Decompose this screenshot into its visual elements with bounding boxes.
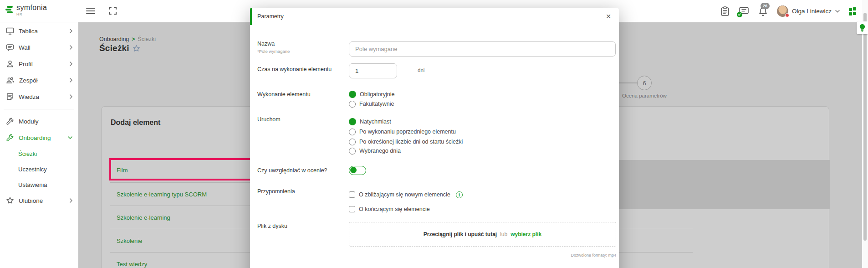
avatar <box>777 5 788 17</box>
parameters-modal: Parametry ✕ Nazwa *Pole wymagane Czas na… <box>250 8 619 268</box>
lightbulb-icon <box>859 24 865 32</box>
sidebar-item-wall[interactable]: Wall <box>0 39 78 56</box>
file-dropzone[interactable]: Przeciągnij plik i upuść tutaj lub wybie… <box>349 222 616 247</box>
sidebar-item-wiedza[interactable]: Wiedza <box>0 88 78 105</box>
team-icon <box>6 76 15 84</box>
radio-natychmiast[interactable]: Natychmiast <box>349 118 391 125</box>
feedback-tab[interactable] <box>857 21 868 34</box>
radio-unchecked-icon <box>349 129 356 135</box>
page-scrollbar[interactable] <box>862 0 868 268</box>
rating-label: Czy uwzględniać w ocenie? <box>257 167 327 174</box>
radio-wybranego-dnia[interactable]: Wybranego dnia <box>349 147 401 155</box>
execution-label: Wykonanie elementu <box>257 91 311 98</box>
check-icon <box>738 13 741 16</box>
checkbox-konczacy-element[interactable]: O kończącym się elemencie <box>349 206 430 213</box>
sidebar-item-onboarding[interactable]: Onboarding <box>0 129 78 146</box>
sidebar-item-moduly[interactable]: Moduły <box>0 113 78 129</box>
symfonia-logo-icon <box>5 6 14 14</box>
radio-po-wykonaniu[interactable]: Po wykonaniu poprzedniego elementu <box>349 128 456 135</box>
fullscreen-icon <box>109 7 117 15</box>
sidebar-item-tablica[interactable]: Tablica <box>0 23 78 39</box>
checkbox-unchecked-icon <box>349 191 355 198</box>
app-screen: symfonia HR <box>0 0 868 268</box>
wrench-icon <box>6 134 14 142</box>
chevron-right-icon <box>70 78 72 82</box>
fullscreen-button[interactable] <box>108 6 117 15</box>
sidebar-item-profil[interactable]: Profil <box>0 56 78 72</box>
radio-fakultatywnie[interactable]: Fakultatywnie <box>349 100 394 108</box>
wrench-icon <box>6 117 14 125</box>
info-icon[interactable]: i <box>456 191 463 198</box>
dashboard-icon <box>6 27 14 35</box>
messages-button[interactable] <box>739 6 749 16</box>
sidebar-item-ulubione[interactable]: Ulubione <box>0 192 78 209</box>
sidebar-divider <box>4 109 74 109</box>
brand-sub: HR <box>16 12 47 16</box>
sidebar: Tablica Wall Profil Zespół <box>0 22 78 268</box>
radio-checked-icon <box>349 91 356 98</box>
wall-chat-icon <box>6 43 14 52</box>
checkbox-nowy-element[interactable]: O zbliżającym się nowym elemencie i <box>349 191 463 198</box>
sidebar-item-sciezki[interactable]: Ścieżki <box>0 146 78 161</box>
name-required-note: *Pole wymagane <box>257 49 290 54</box>
file-label: Plik z dysku <box>257 223 287 229</box>
modal-title: Parametry <box>257 8 284 25</box>
checkbox-unchecked-icon <box>349 206 355 212</box>
sidebar-item-zespol[interactable]: Zespół <box>0 72 78 88</box>
menu-toggle-button[interactable] <box>86 6 96 15</box>
allowed-formats-note: Dozwolone formaty: mp4 <box>349 253 616 258</box>
scrollbar-thumb[interactable] <box>863 13 867 241</box>
chevron-right-icon <box>70 62 72 66</box>
brand-logo[interactable]: symfonia HR <box>5 4 47 16</box>
reminders-label: Przypomnienia <box>257 188 295 195</box>
chevron-right-icon <box>70 29 72 33</box>
toggle-knob <box>350 167 357 173</box>
start-label: Uruchom <box>257 116 281 123</box>
name-label: Nazwa <box>257 41 275 47</box>
tasks-button[interactable] <box>720 6 730 16</box>
topbar-actions: 26 Olga Liniewicz <box>720 0 856 22</box>
knowledge-note-icon <box>6 93 14 101</box>
choose-file-link[interactable]: wybierz plik <box>511 231 541 237</box>
hamburger-icon <box>86 7 95 15</box>
sidebar-item-ustawienia[interactable]: Ustawienia <box>0 177 78 192</box>
radio-unchecked-icon <box>349 139 356 145</box>
chevron-down-icon <box>835 10 840 13</box>
chevron-down-icon <box>68 136 72 139</box>
time-label: Czas na wykonanie elementu <box>257 66 332 72</box>
radio-unchecked-icon <box>349 101 356 108</box>
radio-obligatoryjnie[interactable]: Obligatoryjnie <box>349 91 394 98</box>
status-dot <box>785 13 789 17</box>
user-icon <box>6 60 14 68</box>
chevron-right-icon <box>70 45 72 50</box>
radio-checked-icon <box>349 118 356 125</box>
user-menu[interactable]: Olga Liniewicz <box>777 5 840 17</box>
modal-accent-bar <box>250 8 252 25</box>
radio-unchecked-icon <box>349 148 356 155</box>
time-unit: dni <box>418 67 424 73</box>
notifications-button[interactable]: 26 <box>758 6 768 16</box>
brand-name: symfonia <box>16 4 47 12</box>
clipboard-icon <box>720 6 730 16</box>
notifications-count-badge: 26 <box>761 3 770 9</box>
user-name: Olga Liniewicz <box>792 8 832 15</box>
chevron-right-icon <box>70 198 72 203</box>
close-button[interactable]: ✕ <box>603 11 613 21</box>
star-icon <box>6 196 14 205</box>
radio-po-okreslonej[interactable]: Po określonej liczbie dni od startu ście… <box>349 138 463 145</box>
apps-launcher-button[interactable] <box>849 8 856 15</box>
rating-toggle[interactable] <box>349 166 366 175</box>
chevron-right-icon <box>70 94 72 99</box>
sidebar-item-uczestnicy[interactable]: Uczestnicy <box>0 161 78 177</box>
time-input[interactable] <box>349 63 397 78</box>
messages-status-badge <box>737 12 742 17</box>
name-input[interactable] <box>349 41 616 57</box>
apps-grid-icon <box>849 8 856 15</box>
